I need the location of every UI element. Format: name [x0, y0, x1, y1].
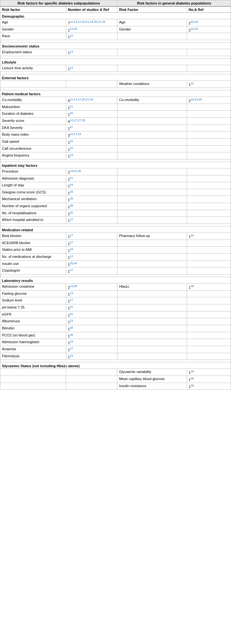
ref-link[interactable]: 16,29: [191, 20, 198, 23]
ref-link[interactable]: 28: [70, 204, 73, 207]
risk-factor-left: Race: [0, 33, 66, 40]
ref-link[interactable]: 28: [70, 197, 73, 200]
table-row: ACEi/ARB blocker117: [0, 240, 231, 247]
ref-link[interactable]: 13: [70, 66, 73, 69]
ref-link[interactable]: 27: [70, 347, 73, 350]
risk-factor-right: [117, 254, 187, 261]
risk-factor-left: Anaemia: [0, 346, 66, 353]
ref-link[interactable]: 13,21,46: [70, 169, 81, 173]
ref-link[interactable]: 19: [70, 248, 73, 251]
table-row: Co-morbidity612,13,17,25,27,43Co-morbidi…: [0, 97, 231, 104]
ref-link[interactable]: 28: [70, 190, 73, 193]
risk-factor-left: Admission haemoglobin: [0, 339, 66, 346]
ref-right: [187, 168, 231, 175]
ref-link[interactable]: 13: [70, 340, 73, 343]
ref-left: 313,17,23: [66, 131, 117, 139]
ref-link[interactable]: 15: [70, 147, 73, 150]
ref-link[interactable]: 20: [70, 112, 73, 115]
ref-link[interactable]: 38: [191, 284, 194, 288]
ref-link[interactable]: 38: [191, 384, 194, 387]
ref-link[interactable]: 28: [70, 333, 73, 336]
risk-factor-right: Insulin resistance: [117, 383, 187, 390]
ref-link[interactable]: 21: [70, 176, 73, 180]
ref-left: 128: [66, 196, 117, 203]
table-row: Insulin resistance138: [0, 383, 231, 390]
risk-factor-left: No. of medications at discharge: [0, 254, 66, 261]
ref-link[interactable]: 28: [70, 326, 73, 329]
ref-link[interactable]: 17: [70, 298, 73, 301]
ref-link[interactable]: 21: [70, 105, 73, 108]
ref-link[interactable]: 13: [70, 292, 73, 295]
ref-link[interactable]: 47: [70, 126, 73, 129]
ref-link[interactable]: 19: [70, 354, 73, 357]
table-row: Calf circumference115: [0, 145, 231, 152]
ref-link[interactable]: 12,13,17,25,27,43: [70, 98, 93, 101]
ref-link[interactable]: 15: [70, 140, 73, 143]
ref-link[interactable]: 12: [70, 34, 73, 37]
ref-left: 128: [66, 332, 117, 339]
ref-link[interactable]: 13,28: [70, 284, 77, 288]
ref-link[interactable]: 17: [70, 241, 73, 244]
table-row: No. of hospitalisations120: [0, 210, 231, 217]
risk-factor-right: [117, 311, 187, 318]
ref-left: 112: [66, 33, 117, 40]
risk-factor-left: Albuminura: [0, 318, 66, 325]
risk-factor-left: Body mass index: [0, 131, 66, 139]
ref-right: [187, 304, 231, 311]
ref-left: [66, 81, 117, 88]
risk-factor-right: [117, 49, 187, 56]
risk-factor-left: [0, 81, 66, 88]
table-row: Severity score412,17,27,28: [0, 117, 231, 124]
risk-factor-left: Length of stay: [0, 182, 66, 189]
table-row: Number of organs supported128: [0, 203, 231, 210]
ref-link[interactable]: 13,17,23: [70, 132, 81, 136]
ref-link[interactable]: 17: [70, 234, 73, 237]
table-row: Fasting glucose113: [0, 290, 231, 297]
section-header: Laboratory results: [0, 277, 231, 284]
risk-factor-right: [117, 168, 187, 175]
ref-link[interactable]: 13: [70, 255, 73, 258]
risk-factor-left: [0, 376, 66, 383]
ref-link[interactable]: 16,29: [191, 27, 198, 30]
ref-link[interactable]: 25,49: [70, 262, 77, 265]
ref-link[interactable]: 20: [70, 211, 73, 214]
ref-link[interactable]: 21: [70, 305, 73, 309]
ref-link[interactable]: 22: [70, 312, 73, 316]
ref-right: 216,29: [187, 26, 231, 33]
ref-link[interactable]: 27: [70, 268, 73, 272]
risk-factor-right: [117, 318, 187, 325]
ref-link[interactable]: 13: [70, 50, 73, 53]
ref-right: 134: [187, 369, 231, 376]
ref-link[interactable]: 23: [70, 319, 73, 322]
ref-link[interactable]: 16,23,40: [191, 98, 202, 101]
risk-factor-left: Procedure: [0, 168, 66, 175]
ref-link[interactable]: 12: [70, 218, 73, 221]
ref-left: 122: [66, 311, 117, 318]
ref-link[interactable]: 41: [191, 82, 194, 85]
ref-link[interactable]: 38: [191, 377, 194, 380]
table-row: Gender112,46Gender216,29: [0, 26, 231, 33]
risk-factor-right: [117, 332, 187, 339]
ref-link[interactable]: 44: [191, 234, 194, 237]
risk-factor-left: Admission creatinine: [0, 284, 66, 291]
ref-link[interactable]: 24: [70, 183, 73, 186]
ref-link[interactable]: 12,13,17,20,21,24,25,27,28: [70, 20, 105, 23]
risk-factor-left: eGFR: [0, 311, 66, 318]
ref-left: [66, 376, 117, 383]
risk-factor-left: Fibrinolysis: [0, 353, 66, 360]
ref-link[interactable]: 13: [70, 153, 73, 157]
section-header: Lifestyle: [0, 58, 231, 65]
ref-link[interactable]: 12,17,27,28: [70, 119, 85, 122]
risk-factor-right: [117, 297, 187, 304]
ref-right: [187, 217, 231, 224]
risk-factor-left: Gender: [0, 26, 66, 33]
table-row: Anaemia127: [0, 346, 231, 353]
ref-link[interactable]: 34: [191, 370, 194, 373]
table-row: Length of stay124: [0, 182, 231, 189]
section-header: Socioeconomic status: [0, 42, 231, 49]
risk-factor-right: [117, 260, 187, 267]
ref-left: 117: [66, 297, 117, 304]
ref-left: 127: [66, 267, 117, 275]
table-row: Beta blocker117Pharmacy follow up144: [0, 233, 231, 240]
ref-link[interactable]: 12,46: [70, 27, 77, 30]
